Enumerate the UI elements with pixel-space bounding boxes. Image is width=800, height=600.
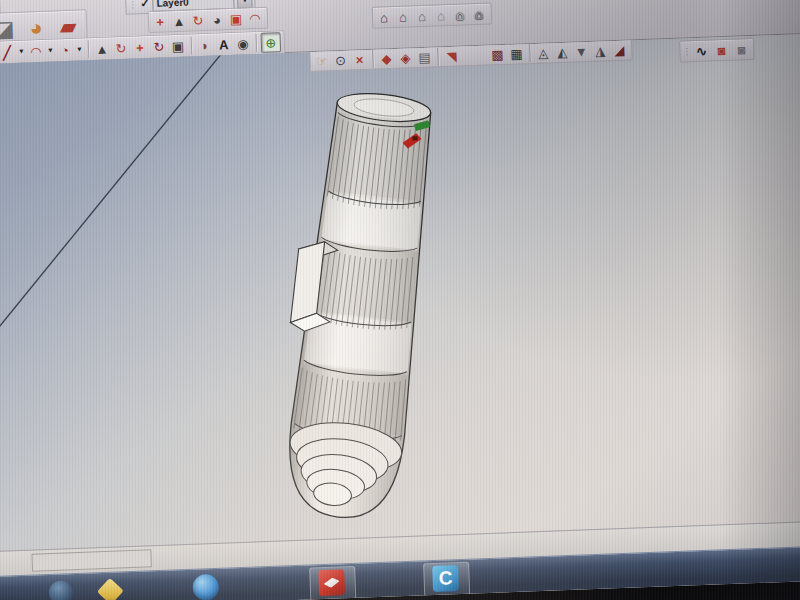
line-dropdown-icon[interactable]: ▾ <box>17 43 27 61</box>
front-view-icon[interactable]: ⌂ <box>413 7 432 26</box>
axis-line <box>0 49 236 350</box>
c-app-icon[interactable]: C <box>432 565 461 594</box>
monitor-screen: ▰ ⋮ ✓ Layer0 ▼ +▲↻◕▣◠ ■◧◩▨◙◪▦ ⋮ ◪◕▰ ⌂⌂⌂⌂… <box>0 0 800 600</box>
drawing-canvas[interactable]: ☞⊙×◆◈▤◥▩▦◬◭▼◮◢ ⋮ ∿◙◙ <box>0 34 800 551</box>
pushpull-icon[interactable]: ▲ <box>93 39 112 58</box>
toolbar-separator <box>256 34 258 52</box>
model-viewport[interactable] <box>0 34 800 551</box>
rotate-tool-icon[interactable]: ↻ <box>189 11 208 30</box>
move-tool-icon[interactable]: + <box>151 12 170 31</box>
arc-tool-icon[interactable]: ◠ <box>27 42 46 61</box>
toolbar-separator <box>88 40 90 58</box>
toolbar-grip[interactable]: ⋮ <box>128 0 135 9</box>
arc-dropdown-icon[interactable]: ▾ <box>46 41 56 59</box>
toolbar-separator <box>191 36 193 54</box>
paint-bucket-icon[interactable]: ◗ <box>196 36 215 55</box>
shape-dropdown-icon[interactable]: ▾ <box>75 40 85 58</box>
rotate-icon[interactable]: ↻ <box>150 37 169 56</box>
orbit-tool-icon[interactable]: ⊕ <box>260 32 281 53</box>
pinned-folder-icon[interactable] <box>96 577 125 600</box>
right-view-icon[interactable]: ⌂ <box>432 6 451 25</box>
circle-tool-icon[interactable]: ◔ <box>56 41 75 60</box>
iso-view-icon[interactable]: ⌂ <box>375 8 394 27</box>
offset-tool-icon[interactable]: ◠ <box>246 9 265 28</box>
views-toolbar: ⌂⌂⌂⌂⌂⌂ <box>372 2 493 28</box>
browser-orb-icon[interactable] <box>192 574 221 600</box>
layer-visible-check-icon: ✓ <box>140 0 150 10</box>
scale-tool-icon[interactable]: ▣ <box>227 10 246 29</box>
measurements-box[interactable] <box>31 549 152 571</box>
photo-of-monitor: { "app": { "name": "SketchUp model windo… <box>0 0 800 600</box>
sketchup-app-icon-glyph <box>318 569 345 596</box>
left-view-icon[interactable]: ⌂ <box>470 5 489 24</box>
line-tool-icon[interactable]: ╱ <box>0 43 16 62</box>
move-icon[interactable]: + <box>131 38 150 57</box>
start-button[interactable] <box>48 580 73 600</box>
modification-toolbar: +▲↻◕▣◠ <box>148 7 269 33</box>
hilt-model[interactable] <box>269 87 442 523</box>
back-view-icon[interactable]: ⌂ <box>451 5 470 24</box>
camera-dark-icon[interactable]: ◉ <box>234 34 253 53</box>
top-view-icon[interactable]: ⌂ <box>394 7 413 26</box>
browser-orb-icon-glyph <box>192 574 219 600</box>
followme-tool-icon[interactable]: ◕ <box>208 10 227 29</box>
pushpull-tool-icon[interactable]: ▲ <box>170 12 189 31</box>
followme-icon[interactable]: ↻ <box>112 39 131 58</box>
c-app-icon-glyph: C <box>432 565 459 592</box>
scale-icon[interactable]: ▣ <box>169 37 188 56</box>
sketchup-app-icon[interactable] <box>318 569 347 598</box>
pinned-folder-icon-glyph <box>97 578 124 600</box>
text-tool-icon[interactable]: A <box>215 35 234 54</box>
